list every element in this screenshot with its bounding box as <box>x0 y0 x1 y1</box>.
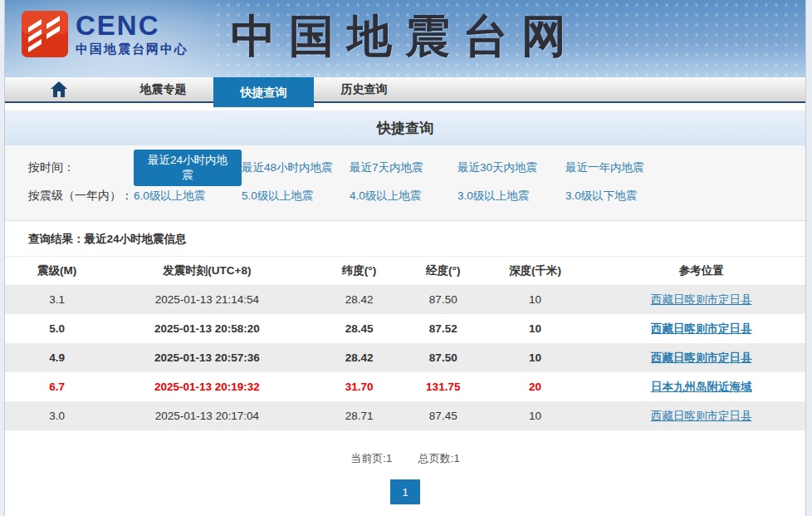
total-pages-label: 总页数:1 <box>418 452 460 464</box>
site-header: CENC 中国地震台网中心 中国地震台网 <box>5 0 805 77</box>
cell-depth: 20 <box>473 372 597 401</box>
time-option-48h[interactable]: 最近48小时内地震 <box>242 161 333 174</box>
logo-text: CENC 中国地震台网中心 <box>76 12 188 57</box>
table-header-row: 震级(M) 发震时刻(UTC+8) 纬度(°) 经度(°) 深度(千米) 参考位… <box>5 257 805 285</box>
current-page-label: 当前页:1 <box>350 452 392 464</box>
cenc-logo-icon <box>22 11 68 57</box>
cell-latitude: 28.42 <box>305 343 413 372</box>
filter-section: 按时间： 最近24小时内地震 最近48小时内地震 最近7天内地震 最近30天内地… <box>5 145 805 221</box>
cell-longitude: 87.50 <box>413 285 473 314</box>
earthquake-table: 震级(M) 发震时刻(UTC+8) 纬度(°) 经度(°) 深度(千米) 参考位… <box>5 257 805 430</box>
nav-tab-history-query[interactable]: 历史查询 <box>314 77 414 101</box>
table-row: 4.9 2025-01-13 20:57:36 28.42 87.50 10 西… <box>5 343 805 372</box>
cell-longitude: 87.45 <box>413 401 473 430</box>
table-row: 3.1 2025-01-13 21:14:54 28.42 87.50 10 西… <box>5 285 805 314</box>
mag-option-below3[interactable]: 3.0级以下地震 <box>565 189 637 202</box>
time-option-24h[interactable]: 最近24小时内地震 <box>134 150 242 186</box>
cell-latitude: 28.45 <box>305 314 413 343</box>
col-magnitude: 震级(M) <box>5 257 109 285</box>
time-filter-label: 按时间： <box>28 160 134 175</box>
cell-magnitude: 6.7 <box>5 372 109 401</box>
location-link[interactable]: 西藏日喀则市定日县 <box>651 293 752 306</box>
time-filter-row: 按时间： 最近24小时内地震 最近48小时内地震 最近7天内地震 最近30天内地… <box>5 154 805 182</box>
nav-tab-special-topics[interactable]: 地震专题 <box>113 77 213 101</box>
location-link[interactable]: 日本九州岛附近海域 <box>651 381 752 393</box>
table-row-alert: 6.7 2025-01-13 20:19:32 31.70 131.75 20 … <box>5 372 805 401</box>
results-title: 查询结果：最近24小时地震信息 <box>5 221 805 257</box>
magnitude-filter-row: 按震级（一年内）： 6.0级以上地震 5.0级以上地震 4.0级以上地震 3.0… <box>5 182 805 210</box>
pagination: 当前页:1 总页数:1 1 <box>5 430 805 504</box>
cell-latitude: 28.42 <box>305 285 413 314</box>
cell-magnitude: 3.1 <box>5 285 109 314</box>
cell-depth: 10 <box>473 314 597 343</box>
cell-longitude: 87.50 <box>413 343 473 372</box>
cell-latitude: 28.71 <box>305 401 413 430</box>
cell-longitude: 131.75 <box>413 372 473 401</box>
cell-magnitude: 4.9 <box>5 343 109 372</box>
cell-time: 2025-01-13 20:58:20 <box>109 314 305 343</box>
col-depth: 深度(千米) <box>473 257 597 285</box>
time-option-7d[interactable]: 最近7天内地震 <box>350 161 423 174</box>
time-option-30d[interactable]: 最近30天内地震 <box>457 161 537 174</box>
cell-magnitude: 5.0 <box>5 314 109 343</box>
col-location: 参考位置 <box>597 257 805 285</box>
nav-home-tab[interactable] <box>5 77 113 101</box>
mag-option-3plus[interactable]: 3.0级以上地震 <box>457 189 529 202</box>
location-link[interactable]: 西藏日喀则市定日县 <box>651 410 752 422</box>
page-title: 快捷查询 <box>5 111 805 145</box>
col-time: 发震时刻(UTC+8) <box>109 257 305 285</box>
location-link[interactable]: 西藏日喀则市定日县 <box>651 351 752 364</box>
table-row: 3.0 2025-01-13 20:17:04 28.71 87.45 10 西… <box>5 401 805 430</box>
mag-option-5plus[interactable]: 5.0级以上地震 <box>242 189 313 202</box>
mag-option-4plus[interactable]: 4.0级以上地震 <box>350 189 421 202</box>
table-row: 5.0 2025-01-13 20:58:20 28.45 87.52 10 西… <box>5 314 805 343</box>
page-button-1[interactable]: 1 <box>390 479 420 504</box>
cenc-logo[interactable]: CENC 中国地震台网中心 <box>22 11 188 57</box>
page-container: CENC 中国地震台网中心 中国地震台网 地震专题 快捷查询 历史查询 快捷查询… <box>4 0 806 516</box>
col-longitude: 经度(°) <box>413 257 473 285</box>
cell-time: 2025-01-13 21:14:54 <box>109 285 305 314</box>
home-icon <box>51 81 67 97</box>
time-option-1y[interactable]: 最近一年内地震 <box>565 161 644 174</box>
mag-option-6plus[interactable]: 6.0级以上地震 <box>134 189 205 202</box>
logo-subtitle: 中国地震台网中心 <box>76 42 188 57</box>
cell-time: 2025-01-13 20:19:32 <box>109 372 305 401</box>
pagination-stats: 当前页:1 总页数:1 <box>5 451 805 466</box>
cell-depth: 10 <box>473 401 597 430</box>
magnitude-filter-label: 按震级（一年内）： <box>28 189 134 204</box>
cell-time: 2025-01-13 20:17:04 <box>109 401 305 430</box>
cell-time: 2025-01-13 20:57:36 <box>109 343 305 372</box>
logo-acronym: CENC <box>76 12 188 40</box>
main-nav: 地震专题 快捷查询 历史查询 <box>5 77 805 103</box>
cell-magnitude: 3.0 <box>5 401 109 430</box>
cell-latitude: 31.70 <box>305 372 413 401</box>
location-link[interactable]: 西藏日喀则市定日县 <box>651 322 752 335</box>
nav-tab-quick-query[interactable]: 快捷查询 <box>213 77 314 107</box>
cell-depth: 10 <box>473 343 597 372</box>
col-latitude: 纬度(°) <box>305 257 413 285</box>
cell-depth: 10 <box>473 285 597 314</box>
cell-longitude: 87.52 <box>413 314 473 343</box>
